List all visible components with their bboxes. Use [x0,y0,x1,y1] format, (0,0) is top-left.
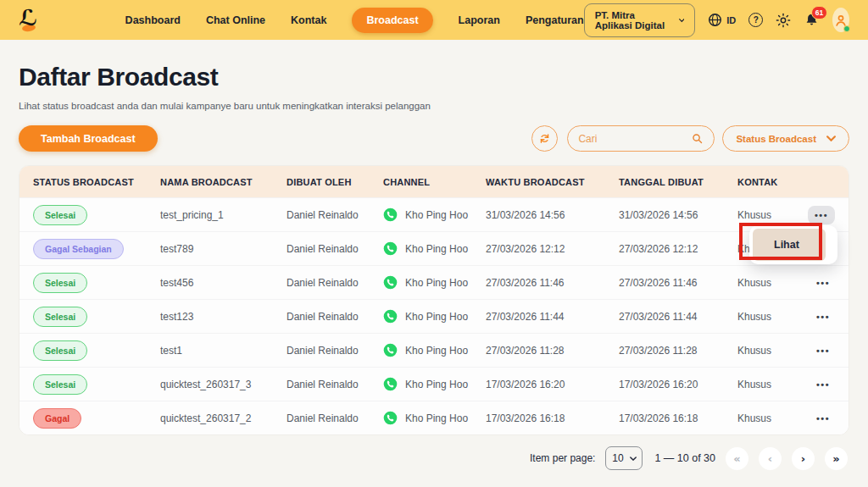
search-icon[interactable] [691,132,704,145]
table-row[interactable]: Selesai test123 Daniel Reinaldo Kho Ping… [19,299,849,333]
nav-item-chat-online[interactable]: Chat Online [206,14,265,26]
refresh-button[interactable] [531,125,558,152]
row-actions-button[interactable]: ••• [811,376,835,393]
cell-created-date: 27/03/2026 11:46 [619,277,737,289]
chevron-down-icon [630,457,637,461]
whatsapp-icon [383,208,398,222]
header-right-cluster: PT. Mitra Aplikasi Digital ID ? [584,3,849,37]
toolbar: Tambah Broadcast Status Broadcast [19,125,849,152]
row-actions-button[interactable]: ••• [811,308,835,325]
column-header: CHANNEL [383,177,486,187]
logo-glyph: ℒ [19,5,37,30]
cell-broadcast-time: 17/03/2026 16:18 [486,412,619,424]
column-header: NAMA BROADCAST [160,177,287,187]
cell-broadcast-name: test_pricing_1 [160,209,287,221]
status-badge: Selesai [33,205,87,225]
column-header: KONTAK [737,177,801,187]
table-row[interactable]: Selesai test456 Daniel Reinaldo Kho Ping… [19,265,849,299]
cell-created-by: Daniel Reinaldo [287,209,383,221]
cell-created-by: Daniel Reinaldo [287,412,383,424]
main-nav: DashboardChat OnlineKontakBroadcastLapor… [125,8,584,33]
row-actions-button[interactable]: ••• [811,274,835,291]
cell-contact: Khusus [737,311,801,323]
page-subtitle: Lihat status broadcast anda dan mulai ka… [19,101,849,111]
whatsapp-icon [383,241,398,256]
cell-channel: Kho Ping Hoo [383,208,486,222]
whatsapp-icon [383,411,398,425]
cell-broadcast-name: test789 [160,243,287,255]
row-actions-button[interactable]: ••• [808,206,835,224]
row-actions-button[interactable]: ••• [811,410,835,427]
column-header: TANGGAL DIBUAT [619,177,737,187]
nav-item-dashboard[interactable]: Dashboard [125,14,181,26]
cell-broadcast-time: 27/03/2026 12:12 [486,243,619,255]
nav-item-broadcast[interactable]: Broadcast [352,8,432,33]
cell-created-date: 17/03/2026 16:18 [619,412,737,424]
help-icon: ? [748,13,763,27]
globe-icon [708,13,722,27]
user-avatar[interactable] [832,8,849,32]
cell-broadcast-time: 27/03/2026 11:44 [486,311,619,323]
help-button[interactable]: ? [748,13,763,27]
status-filter-dropdown[interactable]: Status Broadcast [722,125,849,152]
channel-name: Kho Ping Hoo [405,412,468,424]
table-row[interactable]: Selesai test1 Daniel Reinaldo Kho Ping H… [19,333,849,367]
main-content: Daftar Broadcast Lihat status broadcast … [0,63,868,470]
cell-created-by: Daniel Reinaldo [287,311,383,323]
table-row[interactable]: Selesai quicktest_260317_3 Daniel Reinal… [19,367,849,401]
table-body: Selesai test_pricing_1 Daniel Reinaldo K… [19,197,849,434]
table-row[interactable]: Gagal quicktest_260317_2 Daniel Reinaldo… [19,401,849,434]
prev-page-button[interactable]: ‹ [759,447,782,470]
nav-item-laporan[interactable]: Laporan [459,14,500,26]
notifications-button[interactable]: 61 [804,12,820,28]
cell-channel: Kho Ping Hoo [383,377,486,391]
cell-broadcast-time: 31/03/2026 14:56 [486,209,619,221]
status-badge: Selesai [33,307,87,327]
cell-created-date: 31/03/2026 14:56 [619,209,737,221]
search-box [567,125,715,152]
items-per-page-value: 10 [612,452,623,464]
cell-created-date: 17/03/2026 16:20 [619,379,737,390]
chevron-down-icon [826,136,836,141]
row-action-menu: Lihat [749,225,837,264]
whatsapp-icon [383,275,398,290]
table-row[interactable]: Selesai test_pricing_1 Daniel Reinaldo K… [19,197,849,231]
company-selector[interactable]: PT. Mitra Aplikasi Digital [584,3,696,37]
channel-name: Kho Ping Hoo [405,379,468,390]
last-page-button[interactable]: » [825,447,848,470]
nav-item-pengaturan[interactable]: Pengaturan [526,14,584,26]
first-page-button[interactable]: « [726,447,748,470]
cell-created-by: Daniel Reinaldo [287,379,383,390]
column-header: WAKTU BROADCAST [486,177,619,187]
page-title: Daftar Broadcast [19,63,849,91]
cell-created-by: Daniel Reinaldo [287,345,383,357]
cell-broadcast-time: 27/03/2026 11:28 [486,345,619,357]
items-per-page-label: Item per page: [530,452,595,464]
whatsapp-icon [383,377,398,391]
nav-item-kontak[interactable]: Kontak [291,14,326,26]
channel-name: Kho Ping Hoo [405,345,468,357]
cell-created-by: Daniel Reinaldo [287,243,383,255]
cell-created-date: 27/03/2026 11:28 [619,345,737,357]
row-actions-button[interactable]: ••• [811,342,835,359]
cell-created-by: Daniel Reinaldo [287,277,383,289]
add-broadcast-button[interactable]: Tambah Broadcast [19,125,158,152]
pagination-bar: Item per page: 10 1 — 10 of 30 « ‹ › » [19,446,849,470]
theme-toggle-button[interactable] [776,13,791,28]
cell-contact: Khusus [737,379,801,390]
column-header: DIBUAT OLEH [287,177,383,187]
app-logo[interactable]: ℒ [19,7,39,36]
table-row[interactable]: Gagal Sebagian test789 Daniel Reinaldo K… [19,231,849,265]
language-selector[interactable]: ID [708,13,736,27]
search-input[interactable] [578,133,691,145]
menu-item-lihat[interactable]: Lihat [753,229,826,261]
channel-name: Kho Ping Hoo [405,277,468,289]
refresh-icon [538,132,551,145]
cell-created-date: 27/03/2026 12:12 [619,243,737,255]
next-page-button[interactable]: › [792,447,815,470]
items-per-page-select[interactable]: 10 [605,446,643,470]
cell-channel: Kho Ping Hoo [383,343,486,357]
broadcast-table: STATUS BROADCASTNAMA BROADCASTDIBUAT OLE… [19,165,849,435]
cell-broadcast-time: 17/03/2026 16:20 [486,379,619,390]
cell-contact: Khusus [737,345,801,357]
